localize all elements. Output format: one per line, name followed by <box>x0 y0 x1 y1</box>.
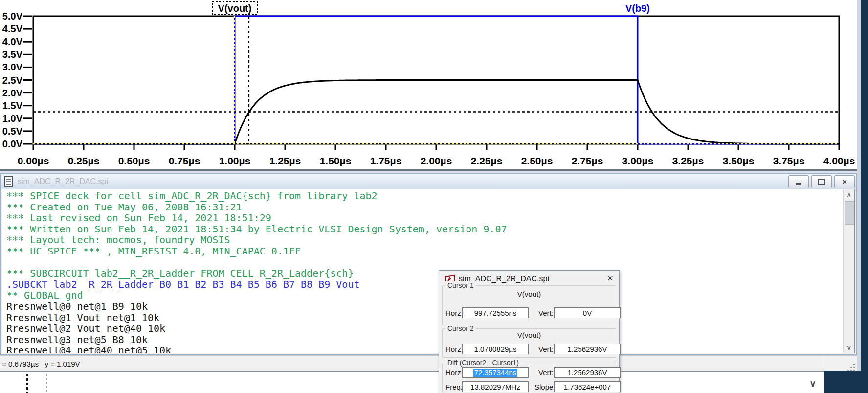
editor-line: Rresnwell@1 Vout net@1 10k <box>6 312 842 324</box>
editor-content[interactable]: *** SPICE deck for cell sim_ADC_R_2R_DAC… <box>2 189 855 353</box>
editor-line: *** SPICE deck for cell sim_ADC_R_2R_DAC… <box>6 190 842 202</box>
document-icon <box>4 176 13 187</box>
diff-slope-field[interactable]: 1.73624e+007 <box>554 381 621 392</box>
editor-line: Rresnwell@4 net@40 net@5 10k <box>6 345 842 353</box>
x-tick-label: 2.25µs <box>471 155 503 166</box>
editor-titlebar[interactable]: sim_ADC_R_2R_DAC.spi × <box>1 174 856 189</box>
trace-label-vvout[interactable]: V(vout) <box>218 3 252 14</box>
y-tick-label: 0.5V <box>2 126 23 137</box>
editor-scrollbar[interactable]: ∧ ∨ <box>843 189 854 353</box>
cursor1-group-label: Cursor 1 <box>445 281 476 289</box>
diff-group: Diff (Cursor2 - Cursor1) Horz: 72.357344… <box>442 363 616 393</box>
close-icon: × <box>842 178 847 186</box>
x-tick-label: 0.25µs <box>68 155 100 166</box>
y-tick-label: 2.0V <box>2 88 23 98</box>
x-tick-label: 3.75µs <box>773 155 805 166</box>
x-tick-label: 0.75µs <box>169 155 200 166</box>
slope-label: Slope: <box>534 383 556 391</box>
cursor1-group: Cursor 1 V(vout) Horz: 997.72555ns Vert:… <box>442 285 616 325</box>
horz-label: Horz: <box>445 345 463 353</box>
scrollbar-thumb[interactable] <box>845 201 854 225</box>
y-tick-label: 4.0V <box>2 36 23 47</box>
minimize-icon <box>796 183 801 185</box>
x-tick-label: 3.25µs <box>672 155 704 166</box>
x-tick-label: 1.00µs <box>219 155 251 166</box>
x-tick-label: 3.50µs <box>723 155 755 166</box>
dialog-close-icon[interactable]: × <box>607 273 613 284</box>
window-edge <box>857 0 861 393</box>
desktop-corner <box>824 371 868 393</box>
waveform-pane: 5.0V4.5V4.0V3.5V3.0V2.5V2.0V1.5V1.0V0.5V… <box>0 0 857 171</box>
cursor1-horz-field[interactable]: 997.72555ns <box>462 307 529 318</box>
y-tick-label: 5.0V <box>2 11 23 22</box>
x-tick-label: 2.75µs <box>572 155 603 166</box>
diff-group-label: Diff (Cursor2 - Cursor1) <box>445 359 521 367</box>
cursor-position-readout: = 0.6793µs y = 1.019V <box>2 360 80 368</box>
freq-label: Freq: <box>445 383 463 391</box>
editor-line: .SUBCKT lab2__R_2R_Ladder B0 B1 B2 B3 B4… <box>6 279 842 290</box>
horz-label: Horz: <box>445 369 463 377</box>
desktop-edge <box>861 0 868 393</box>
y-tick-label: 3.0V <box>2 62 23 72</box>
y-tick-label: 1.5V <box>2 100 23 111</box>
x-tick-label: 0.50µs <box>118 155 150 166</box>
editor-line: *** Written on Sun Feb 14, 2021 18:51:34… <box>6 224 842 235</box>
editor-line: Rresnwell@2 Vout net@40 10k <box>6 323 842 334</box>
cursor2-horz-field[interactable]: 1.0700829µs <box>462 344 529 354</box>
waveform-plot[interactable]: 5.0V4.5V4.0V3.5V3.0V2.5V2.0V1.5V1.0V0.5V… <box>0 0 857 169</box>
diff-horz-field[interactable]: 72.357344ns <box>462 367 529 378</box>
editor-line: Rresnwell@3 net@5 B8 10k <box>6 334 842 346</box>
editor-line: *** Last revised on Sun Feb 14, 2021 18:… <box>6 212 842 224</box>
scroll-down-icon[interactable]: ∨ <box>844 342 854 353</box>
schematic-cursor-line <box>26 374 28 393</box>
vert-label: Vert: <box>538 345 554 353</box>
cursor-dialog[interactable]: sim_ADC_R_2R_DAC.spi × Cursor 1 V(vout) … <box>439 270 620 393</box>
y-tick-label: 3.5V <box>2 49 23 60</box>
minimize-button[interactable] <box>788 175 809 188</box>
x-tick-label: 1.25µs <box>269 155 301 166</box>
x-tick-label: 0.00µs <box>18 155 49 166</box>
statusbar-separator <box>822 358 822 369</box>
editor-line <box>6 257 842 268</box>
x-tick-label: 2.50µs <box>521 155 553 166</box>
editor-line: *** UC SPICE *** , MIN_RESIST 4.0, MIN_C… <box>6 246 842 257</box>
editor-line: *** Layout tech: mocmos, foundry MOSIS <box>6 234 842 246</box>
editor-line: ** GLOBAL gnd <box>6 290 842 301</box>
scroll-up-icon[interactable]: ∧ <box>844 189 854 200</box>
netlist-editor-window: sim_ADC_R_2R_DAC.spi × *** SPICE deck fo… <box>0 173 857 355</box>
status-bar: = 0.6793µs y = 1.019V <box>0 355 857 371</box>
y-tick-label: 4.5V <box>2 23 23 34</box>
background-window-pane: ∨ <box>0 371 824 393</box>
close-button[interactable]: × <box>834 175 855 188</box>
spice-deck-text: *** SPICE deck for cell sim_ADC_R_2R_DAC… <box>6 190 842 353</box>
resize-grip[interactable] <box>850 367 852 368</box>
x-tick-label: 2.00µs <box>421 155 452 166</box>
x-tick-label: 1.75µs <box>370 155 402 166</box>
scroll-down-icon[interactable]: ∨ <box>804 377 821 391</box>
x-tick-label: 1.50µs <box>320 155 352 166</box>
maximize-button[interactable] <box>811 175 832 188</box>
y-tick-label: 0.0V <box>2 139 23 149</box>
selected-text: 72.357344ns <box>473 369 518 377</box>
app-screen: 5.0V4.5V4.0V3.5V3.0V2.5V2.0V1.5V1.0V0.5V… <box>0 0 868 393</box>
horz-label: Horz: <box>445 309 463 317</box>
x-tick-label: 4.00µs <box>823 155 855 166</box>
vert-label: Vert: <box>538 309 554 317</box>
y-tick-label: 2.5V <box>2 75 23 86</box>
maximize-icon <box>818 179 825 185</box>
editor-line: Rresnwell@0 net@1 B9 10k <box>6 301 842 312</box>
cursor2-group: Cursor 2 V(vout) Horz: 1.0700829µs Vert:… <box>442 328 616 358</box>
diff-freq-field[interactable]: 13.820297MHz <box>462 381 529 392</box>
cursor2-trace-name: V(vout) <box>443 331 616 339</box>
cursor1-vert-field[interactable]: 0V <box>554 307 621 318</box>
diff-vert-field[interactable]: 1.2562936V <box>554 367 621 378</box>
x-tick-label: 3.00µs <box>622 155 654 166</box>
editor-line: *** Created on Tue May 06, 2008 16:31:21 <box>6 202 842 213</box>
editor-title: sim_ADC_R_2R_DAC.spi <box>18 177 108 186</box>
editor-line: *** SUBCIRCUIT lab2__R_2R_Ladder FROM CE… <box>6 268 842 279</box>
y-tick-label: 1.0V <box>2 113 23 124</box>
trace-label-vb9[interactable]: V(b9) <box>625 3 650 14</box>
schematic-cursor-line-2 <box>46 374 47 393</box>
vert-label: Vert: <box>538 369 554 377</box>
cursor2-vert-field[interactable]: 1.2562936V <box>554 344 621 354</box>
